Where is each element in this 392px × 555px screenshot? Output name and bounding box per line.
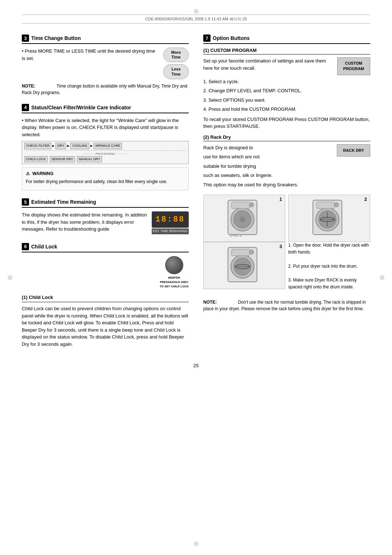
cross-marker-left: ⊕ [7, 274, 13, 281]
custom-body-text: Set up your favorite combination of sett… [203, 58, 326, 71]
rack-instr-1: 1. Open the door. Hold the dryer rack wi… [288, 242, 370, 256]
custom-program-body: CUSTOMPROGRAM Set up your favorite combi… [203, 57, 370, 75]
rack-dry-button[interactable]: RACK DRY [337, 144, 370, 157]
section-5-title: 5 Estimated Time Remaining [22, 198, 189, 208]
rack-images-section: 1 ◎ PULL ◎ [203, 195, 370, 291]
beeper-label: BEEPERPRESS&HOLD 3SECTO SET CHILD LOCK [160, 276, 189, 289]
page-number: 25 [22, 363, 370, 368]
est-time-label: EST. TIME REMAINING [152, 228, 189, 234]
warning-label: WARNING [32, 171, 53, 176]
section-num-4: 4 [22, 104, 29, 111]
rack-img-num-3: 3 [279, 244, 282, 249]
rack-line5: This option may be used for drying Sneak… [203, 181, 370, 189]
step-2: 2. Change DRY LEVEL and TEMP. CONTROL. [203, 87, 370, 94]
step-1: 1. Select a cycle. [203, 78, 370, 85]
header-text: CDE-8000GW/GR/GS/GBL 2008.1.9 11:42 AM 페… [145, 17, 247, 21]
display-top-row: CHECK FILTER ▶ DRY ▶ COOLING ▶ WRINKLE C… [24, 143, 186, 151]
main-content: 3 Time Change Button • Press MORE TIME o… [22, 35, 370, 356]
section-option-buttons: 7 Option Buttons (1) CUSTOM PROGRAM CUST… [203, 35, 370, 291]
section-7-label: Option Buttons [213, 35, 250, 41]
more-time-button[interactable]: MoreTime [163, 48, 189, 62]
beeper-button[interactable]: BEEPERPRESS&HOLD 3SECTO SET CHILD LOCK [160, 256, 189, 289]
step-4: 4. Press and hold the CUSTOM PROGRAM. [203, 106, 370, 113]
section-3-label: Time Change Button [31, 35, 81, 41]
disp-check-filter: CHECK FILTER [24, 143, 51, 149]
section-5-label: Estimated Time Remaining [31, 199, 96, 205]
section-est-time: 5 Estimated Time Remaining The display s… [22, 198, 189, 235]
sub-rack-dry: (2) Rack Dry RACK DRY Rack Dry is design… [203, 134, 370, 291]
section-num-5: 5 [22, 198, 29, 206]
processing-label: ·············· PROCESSING ·············· [24, 152, 186, 156]
section-time-change: 3 Time Change Button • Press MORE TIME o… [22, 35, 189, 96]
rack-line3: suitable for tumble drying [203, 163, 370, 170]
section-7-title: 7 Option Buttons [203, 35, 370, 44]
less-time-button[interactable]: LessTime [163, 64, 189, 79]
cross-marker-bottom: ⊕ [193, 540, 199, 548]
rack-line4: such as sweaters, silk or lingerie. [203, 172, 370, 179]
disp-arrow3: ▶ [90, 144, 93, 148]
custom-program-title: (1) CUSTOM PROGRAM [203, 48, 370, 54]
sub-custom-program: (1) CUSTOM PROGRAM CUSTOMPROGRAM Set up … [203, 48, 370, 130]
display-bottom-row: CHILD LOCK SENSOR DRY MANUAL DRY [24, 156, 186, 163]
note-body: Time change button is available only wit… [22, 84, 187, 95]
status-desc: When Wrinkle Care is selected, the light… [22, 118, 179, 137]
svg-point-15 [334, 203, 339, 207]
section-5-body: The display shows the estimated time rem… [22, 211, 189, 235]
warning-body: For better drying performance and safety… [26, 178, 185, 185]
recall-text: To recall your stored CUSTOM PROGRAM Pre… [203, 116, 370, 130]
rack-image-2: 2 [288, 195, 370, 242]
rack-image-3: 3 [203, 242, 285, 289]
step-3: 3. Select OPTIONS you want. [203, 97, 370, 104]
dryer-svg-2 [309, 198, 349, 238]
svg-rect-4 [232, 202, 250, 208]
custom-program-button[interactable]: CUSTOMPROGRAM [337, 57, 370, 75]
section-3-body: • Press MORE TIME or LESS TIME until the… [22, 48, 189, 96]
svg-rect-22 [232, 249, 250, 256]
child-lock-body: Child Lock can be used to prevent childr… [22, 305, 189, 348]
rack-instructions: 1. Open the door. Hold the dryer rack wi… [288, 242, 370, 291]
rack-dry-body: RACK DRY Rack Dry is designed to use for… [203, 144, 370, 191]
time-note: NOTE: Time change button is available on… [22, 83, 189, 96]
cross-marker-right: ⊕ [379, 274, 385, 281]
rack-bottom-row: 3 [203, 242, 370, 291]
note-label: NOTE: [22, 84, 35, 89]
section-3-title: 3 Time Change Button [22, 35, 189, 44]
section-num-6: 6 [22, 243, 29, 250]
disp-manual-dry: MANUAL DRY [77, 156, 102, 163]
bottom-note: NOTE: Don't use the rack for normal tumb… [203, 299, 370, 312]
disp-arrow2: ▶ [67, 144, 69, 148]
custom-recall: To recall your stored CUSTOM PROGRAM Pre… [203, 116, 370, 130]
dryer-svg-3 [224, 246, 264, 285]
header-bar: CDE-8000GW/GR/GS/GBL 2008.1.9 11:42 AM 페… [22, 15, 370, 24]
svg-point-3 [240, 216, 245, 222]
est-time-display: 18:88 [152, 211, 189, 228]
disp-arrow1: ▶ [52, 144, 54, 148]
time-change-desc: Press MORE TIME or LESS TIME until the d… [22, 48, 155, 61]
section-num-7: 7 [203, 35, 211, 42]
disp-wrinkle: WRINKLE CARE [94, 143, 122, 149]
beeper-circle [165, 256, 183, 274]
time-buttons: MoreTime LessTime [163, 48, 189, 79]
time-change-text: • Press MORE TIME or LESS TIME until the… [22, 48, 159, 64]
rack-img-num-1: 1 [279, 197, 282, 202]
rack-images-grid: 1 ◎ PULL ◎ [203, 195, 370, 242]
processing-text: PROCESSING [95, 152, 115, 155]
right-column: 7 Option Buttons (1) CUSTOM PROGRAM CUST… [203, 35, 370, 356]
disp-child-lock: CHILD LOCK [24, 156, 48, 163]
section-6-title: 6 Child Lock [22, 243, 189, 252]
section-4-title: 4 Status/Clean Filter/Wrinkle Care Indic… [22, 104, 189, 113]
est-time-desc: The display shows the estimated time rem… [22, 211, 147, 233]
svg-rect-14 [317, 202, 335, 208]
rack-img-num-2: 2 [364, 197, 367, 202]
cross-marker-top: ⊕ [193, 7, 199, 15]
section-child-lock: 6 Child Lock BEEPERPRESS&HOLD 3SECTO SET… [22, 243, 189, 348]
section-4-body: • When Wrinkle Care is selected, the lig… [22, 117, 189, 191]
left-column: 3 Time Change Button • Press MORE TIME o… [22, 35, 189, 356]
svg-text:◎ PULL ◎: ◎ PULL ◎ [230, 234, 242, 237]
section-status: 4 Status/Clean Filter/Wrinkle Care Indic… [22, 104, 189, 191]
custom-steps: 1. Select a cycle. 2. Change DRY LEVEL a… [203, 78, 370, 113]
svg-point-5 [249, 203, 254, 207]
rack-instr-2: 2. Put your dryer rack into the drum. [288, 263, 370, 270]
warning-title: ⚠ WARNING [26, 170, 185, 177]
disp-sensor-dry: SENSOR DRY [50, 156, 75, 163]
